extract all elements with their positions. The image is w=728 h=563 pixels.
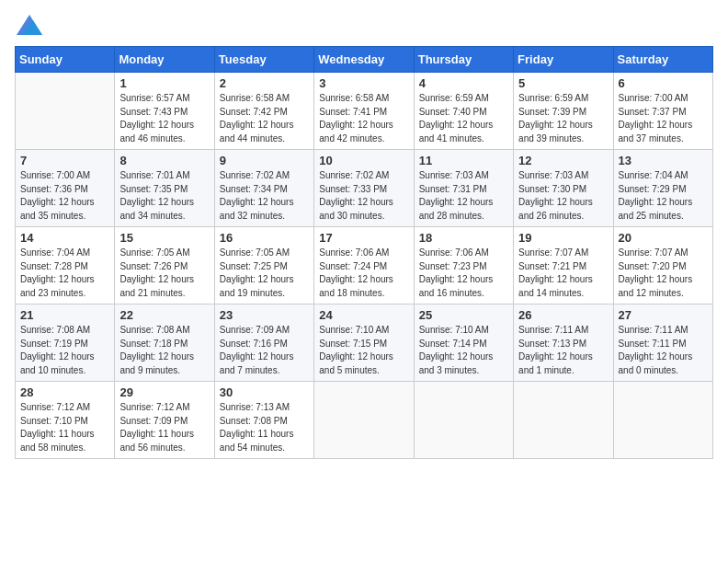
calendar-week-row: 21Sunrise: 7:08 AMSunset: 7:19 PMDayligh… (16, 304, 713, 382)
calendar-day-cell: 12Sunrise: 7:03 AMSunset: 7:30 PMDayligh… (514, 150, 613, 227)
calendar-day-cell: 11Sunrise: 7:03 AMSunset: 7:31 PMDayligh… (414, 150, 513, 227)
calendar-day-cell: 1Sunrise: 6:57 AMSunset: 7:43 PMDaylight… (115, 73, 214, 150)
calendar-day-cell (514, 382, 613, 459)
day-number: 8 (119, 154, 209, 167)
weekday-header-sunday: Sunday (16, 47, 115, 73)
weekday-header-wednesday: Wednesday (314, 47, 414, 73)
calendar-day-cell: 18Sunrise: 7:06 AMSunset: 7:23 PMDayligh… (414, 227, 513, 304)
day-number: 11 (419, 154, 508, 167)
day-info: Sunrise: 7:12 AMSunset: 7:09 PMDaylight:… (119, 401, 209, 454)
weekday-header-thursday: Thursday (414, 47, 513, 73)
calendar-day-cell (613, 382, 712, 459)
day-info: Sunrise: 7:08 AMSunset: 7:18 PMDaylight:… (119, 324, 209, 377)
calendar-day-cell: 29Sunrise: 7:12 AMSunset: 7:09 PMDayligh… (115, 382, 214, 459)
day-info: Sunrise: 7:06 AMSunset: 7:23 PMDaylight:… (419, 247, 508, 300)
day-info: Sunrise: 6:58 AMSunset: 7:42 PMDaylight:… (220, 92, 309, 145)
day-number: 7 (20, 154, 109, 167)
day-number: 21 (20, 308, 109, 322)
calendar-day-cell (414, 382, 513, 459)
calendar-day-cell: 15Sunrise: 7:05 AMSunset: 7:26 PMDayligh… (115, 227, 214, 304)
calendar-day-cell: 13Sunrise: 7:04 AMSunset: 7:29 PMDayligh… (613, 150, 712, 227)
calendar-table: SundayMondayTuesdayWednesdayThursdayFrid… (15, 46, 713, 459)
day-number: 6 (619, 76, 708, 90)
calendar-day-cell: 9Sunrise: 7:02 AMSunset: 7:34 PMDaylight… (214, 150, 313, 227)
day-number: 9 (220, 154, 309, 167)
day-number: 10 (319, 154, 408, 167)
day-number: 23 (220, 308, 309, 322)
weekday-header-monday: Monday (115, 47, 214, 73)
day-info: Sunrise: 7:00 AMSunset: 7:36 PMDaylight:… (20, 169, 109, 223)
day-number: 30 (220, 385, 309, 399)
day-number: 28 (20, 385, 109, 399)
day-number: 18 (419, 231, 508, 245)
day-info: Sunrise: 7:07 AMSunset: 7:21 PMDaylight:… (518, 247, 608, 300)
logo (15, 15, 42, 35)
calendar-day-cell: 26Sunrise: 7:11 AMSunset: 7:13 PMDayligh… (514, 304, 613, 382)
day-number: 12 (518, 154, 608, 167)
day-number: 25 (419, 308, 508, 322)
calendar-day-cell: 5Sunrise: 6:59 AMSunset: 7:39 PMDaylight… (514, 73, 613, 150)
day-number: 19 (518, 231, 608, 245)
page-header (15, 15, 713, 35)
calendar-day-cell: 24Sunrise: 7:10 AMSunset: 7:15 PMDayligh… (314, 304, 414, 382)
day-number: 16 (220, 231, 309, 245)
logo-icon (17, 15, 42, 35)
weekday-header-saturday: Saturday (613, 47, 712, 73)
day-info: Sunrise: 7:12 AMSunset: 7:10 PMDaylight:… (20, 401, 109, 454)
day-info: Sunrise: 7:04 AMSunset: 7:29 PMDaylight:… (619, 169, 708, 223)
day-number: 17 (319, 231, 408, 245)
day-number: 29 (119, 385, 209, 399)
calendar-day-cell: 3Sunrise: 6:58 AMSunset: 7:41 PMDaylight… (314, 73, 414, 150)
calendar-day-cell: 14Sunrise: 7:04 AMSunset: 7:28 PMDayligh… (16, 227, 115, 304)
calendar-day-cell: 21Sunrise: 7:08 AMSunset: 7:19 PMDayligh… (16, 304, 115, 382)
calendar-week-row: 14Sunrise: 7:04 AMSunset: 7:28 PMDayligh… (16, 227, 713, 304)
weekday-header-friday: Friday (514, 47, 613, 73)
day-number: 5 (518, 76, 608, 90)
day-info: Sunrise: 7:11 AMSunset: 7:11 PMDaylight:… (619, 324, 708, 377)
day-info: Sunrise: 7:04 AMSunset: 7:28 PMDaylight:… (20, 247, 109, 300)
calendar-week-row: 1Sunrise: 6:57 AMSunset: 7:43 PMDaylight… (16, 73, 713, 150)
calendar-day-cell: 20Sunrise: 7:07 AMSunset: 7:20 PMDayligh… (613, 227, 712, 304)
calendar-day-cell: 25Sunrise: 7:10 AMSunset: 7:14 PMDayligh… (414, 304, 513, 382)
calendar-day-cell: 22Sunrise: 7:08 AMSunset: 7:18 PMDayligh… (115, 304, 214, 382)
calendar-day-cell: 8Sunrise: 7:01 AMSunset: 7:35 PMDaylight… (115, 150, 214, 227)
day-info: Sunrise: 6:57 AMSunset: 7:43 PMDaylight:… (119, 92, 209, 145)
calendar-day-cell: 17Sunrise: 7:06 AMSunset: 7:24 PMDayligh… (314, 227, 414, 304)
day-info: Sunrise: 7:02 AMSunset: 7:34 PMDaylight:… (220, 169, 309, 223)
day-number: 4 (419, 76, 508, 90)
day-number: 24 (319, 308, 408, 322)
day-info: Sunrise: 7:08 AMSunset: 7:19 PMDaylight:… (20, 324, 109, 377)
calendar-day-cell (16, 73, 115, 150)
weekday-header-tuesday: Tuesday (214, 47, 313, 73)
calendar-day-cell: 6Sunrise: 7:00 AMSunset: 7:37 PMDaylight… (613, 73, 712, 150)
day-info: Sunrise: 7:10 AMSunset: 7:14 PMDaylight:… (419, 324, 508, 377)
day-info: Sunrise: 7:06 AMSunset: 7:24 PMDaylight:… (319, 247, 408, 300)
day-info: Sunrise: 7:05 AMSunset: 7:26 PMDaylight:… (119, 247, 209, 300)
day-info: Sunrise: 7:13 AMSunset: 7:08 PMDaylight:… (220, 401, 309, 454)
day-info: Sunrise: 7:00 AMSunset: 7:37 PMDaylight:… (619, 92, 708, 145)
calendar-day-cell: 23Sunrise: 7:09 AMSunset: 7:16 PMDayligh… (214, 304, 313, 382)
day-number: 2 (220, 76, 309, 90)
calendar-day-cell (314, 382, 414, 459)
day-number: 1 (119, 76, 209, 90)
day-number: 15 (119, 231, 209, 245)
day-info: Sunrise: 6:58 AMSunset: 7:41 PMDaylight:… (319, 92, 408, 145)
weekday-header-row: SundayMondayTuesdayWednesdayThursdayFrid… (16, 47, 713, 73)
calendar-day-cell: 16Sunrise: 7:05 AMSunset: 7:25 PMDayligh… (214, 227, 313, 304)
day-info: Sunrise: 7:02 AMSunset: 7:33 PMDaylight:… (319, 169, 408, 223)
day-number: 22 (119, 308, 209, 322)
day-number: 14 (20, 231, 109, 245)
calendar-day-cell: 10Sunrise: 7:02 AMSunset: 7:33 PMDayligh… (314, 150, 414, 227)
day-info: Sunrise: 7:03 AMSunset: 7:30 PMDaylight:… (518, 169, 608, 223)
day-info: Sunrise: 7:05 AMSunset: 7:25 PMDaylight:… (220, 247, 309, 300)
day-info: Sunrise: 7:03 AMSunset: 7:31 PMDaylight:… (419, 169, 508, 223)
day-number: 20 (619, 231, 708, 245)
day-info: Sunrise: 7:01 AMSunset: 7:35 PMDaylight:… (119, 169, 209, 223)
day-number: 27 (619, 308, 708, 322)
day-number: 3 (319, 76, 408, 90)
calendar-day-cell: 27Sunrise: 7:11 AMSunset: 7:11 PMDayligh… (613, 304, 712, 382)
calendar-day-cell: 7Sunrise: 7:00 AMSunset: 7:36 PMDaylight… (16, 150, 115, 227)
day-info: Sunrise: 6:59 AMSunset: 7:39 PMDaylight:… (518, 92, 608, 145)
calendar-week-row: 7Sunrise: 7:00 AMSunset: 7:36 PMDaylight… (16, 150, 713, 227)
calendar-day-cell: 4Sunrise: 6:59 AMSunset: 7:40 PMDaylight… (414, 73, 513, 150)
